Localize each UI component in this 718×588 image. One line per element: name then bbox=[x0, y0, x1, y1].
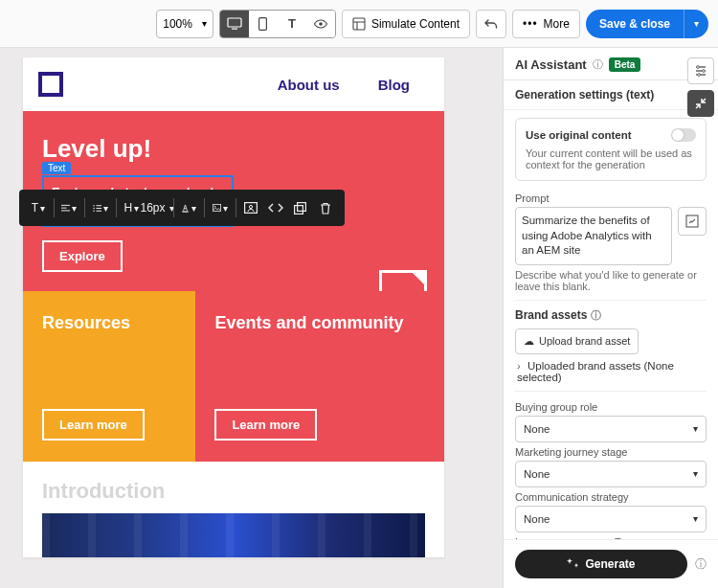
properties-rail-button[interactable] bbox=[687, 57, 714, 84]
top-toolbar: 100% ▾ T Simulate Content ••• More Save … bbox=[0, 0, 718, 48]
journey-value: None bbox=[524, 468, 550, 480]
simulate-content-button[interactable]: Simulate Content bbox=[342, 10, 470, 38]
list-button[interactable]: ▾ bbox=[89, 195, 112, 220]
chevron-down-icon: ▾ bbox=[694, 18, 699, 29]
uploaded-assets-accordion[interactable]: › Uploaded brand assets (None selected) bbox=[515, 354, 707, 383]
strategy-value: None bbox=[524, 513, 550, 525]
svg-rect-0 bbox=[228, 18, 241, 27]
save-dropdown-button[interactable]: ▾ bbox=[684, 10, 708, 38]
hero-title[interactable]: Level up! bbox=[42, 134, 425, 164]
svg-rect-15 bbox=[686, 215, 698, 227]
columns-section: Resources Learn more Events and communit… bbox=[23, 291, 444, 462]
font-size-value: 16px bbox=[140, 201, 165, 215]
prompt-section: Prompt Summarize the benefits of using A… bbox=[515, 189, 707, 292]
settings-title: Generation settings (text) bbox=[504, 80, 718, 110]
strategy-label: Communication strategy bbox=[515, 491, 707, 503]
preview-button[interactable] bbox=[306, 11, 335, 37]
generate-button[interactable]: Generate bbox=[515, 550, 687, 578]
text-color-button[interactable]: ▾ bbox=[177, 195, 200, 220]
undo-button[interactable] bbox=[476, 10, 506, 38]
upload-brand-asset-button[interactable]: ☁ Upload brand asset bbox=[515, 328, 639, 354]
paragraph-format-button[interactable]: T▾ bbox=[27, 195, 50, 220]
brand-assets-section: Brand assets ⓘ ☁ Upload brand asset › Up… bbox=[515, 300, 707, 383]
prompt-expand-button[interactable] bbox=[678, 207, 707, 236]
delete-button[interactable] bbox=[314, 195, 337, 220]
strategy-select[interactable]: None▾ bbox=[515, 506, 707, 532]
chevron-right-icon: › bbox=[517, 360, 521, 372]
svg-point-7 bbox=[93, 210, 94, 211]
zoom-value: 100% bbox=[163, 17, 192, 31]
resources-cta[interactable]: Learn more bbox=[42, 409, 145, 441]
zoom-select[interactable]: 100% ▾ bbox=[156, 10, 213, 38]
resources-column[interactable]: Resources Learn more bbox=[23, 291, 195, 462]
panel-header: AI Assistant ⓘ Beta bbox=[504, 48, 718, 80]
svg-point-16 bbox=[697, 66, 700, 69]
journey-select[interactable]: None▾ bbox=[515, 461, 707, 487]
beta-badge: Beta bbox=[609, 57, 641, 72]
nav-blog[interactable]: Blog bbox=[378, 77, 410, 93]
chevron-down-icon: ▾ bbox=[693, 423, 698, 434]
info-icon[interactable]: ⓘ bbox=[591, 308, 601, 323]
events-cta[interactable]: Learn more bbox=[214, 409, 317, 441]
nav-about[interactable]: About us bbox=[278, 77, 340, 93]
page-header: About us Blog bbox=[23, 57, 444, 111]
info-icon[interactable]: ⓘ bbox=[695, 556, 707, 573]
prompt-input[interactable]: Summarize the benefits of using Adobe An… bbox=[515, 207, 672, 265]
sparkle-icon bbox=[567, 558, 579, 570]
chevron-down-icon: ▾ bbox=[202, 18, 207, 29]
intro-section[interactable]: Introduction bbox=[23, 462, 444, 513]
cloud-upload-icon: ☁ bbox=[524, 335, 534, 348]
svg-rect-13 bbox=[295, 205, 303, 214]
svg-rect-8 bbox=[182, 211, 188, 212]
buying-role-label: Buying group role bbox=[515, 401, 707, 413]
use-original-toggle[interactable] bbox=[671, 128, 696, 142]
generate-label: Generate bbox=[585, 557, 635, 571]
svg-rect-11 bbox=[245, 203, 258, 214]
desktop-preview-button[interactable] bbox=[220, 11, 249, 37]
generate-bar: Generate ⓘ bbox=[504, 539, 718, 588]
brand-assets-title: Brand assets bbox=[515, 308, 587, 322]
text-formatting-toolbar: T▾ ▾ ▾ H▾ 16px▾ ▾ ▾ bbox=[19, 190, 345, 226]
personalization-button[interactable] bbox=[239, 195, 262, 220]
font-size-select[interactable]: 16px▾ bbox=[145, 195, 168, 220]
buying-role-select[interactable]: None▾ bbox=[515, 416, 707, 442]
save-close-button[interactable]: Save & close bbox=[586, 10, 684, 38]
svg-rect-2 bbox=[259, 17, 267, 30]
explore-button[interactable]: Explore bbox=[42, 240, 123, 272]
image-button[interactable]: ▾ bbox=[209, 195, 232, 220]
prompt-label: Prompt bbox=[515, 192, 707, 204]
events-column[interactable]: Events and community Learn more bbox=[195, 291, 444, 462]
svg-point-5 bbox=[93, 205, 94, 206]
text-mode-button[interactable]: T bbox=[278, 11, 306, 37]
panel-title: AI Assistant bbox=[515, 57, 587, 72]
mobile-preview-button[interactable] bbox=[249, 11, 278, 37]
duplicate-button[interactable] bbox=[289, 195, 312, 220]
ellipsis-icon: ••• bbox=[523, 17, 538, 31]
expand-icon bbox=[685, 215, 699, 228]
svg-rect-9 bbox=[213, 205, 220, 212]
collapse-rail-button[interactable] bbox=[687, 90, 714, 117]
svg-point-18 bbox=[698, 74, 701, 77]
svg-point-10 bbox=[213, 206, 215, 208]
chevron-down-icon: ▾ bbox=[40, 203, 45, 214]
svg-rect-4 bbox=[353, 18, 365, 30]
device-preview-group: T bbox=[219, 10, 336, 38]
heading-letter: H bbox=[124, 201, 133, 215]
svg-point-3 bbox=[319, 22, 323, 26]
info-icon[interactable]: ⓘ bbox=[593, 57, 603, 72]
upload-label: Upload brand asset bbox=[539, 335, 630, 347]
ai-assistant-panel: AI Assistant ⓘ Beta Generation settings … bbox=[503, 48, 718, 588]
more-button[interactable]: ••• More bbox=[512, 10, 580, 38]
intro-image[interactable] bbox=[42, 513, 425, 557]
chevron-down-icon: ▾ bbox=[693, 468, 698, 479]
align-button[interactable]: ▾ bbox=[57, 195, 80, 220]
source-code-button[interactable] bbox=[264, 195, 287, 220]
site-logo[interactable] bbox=[38, 72, 63, 97]
buying-role-value: None bbox=[524, 423, 550, 435]
journey-label: Marketing journey stage bbox=[515, 446, 707, 458]
page-preview: About us Blog Level up! Text Explore wha… bbox=[23, 57, 444, 557]
editor-canvas[interactable]: About us Blog Level up! Text Explore wha… bbox=[0, 48, 503, 588]
events-title: Events and community bbox=[214, 312, 425, 334]
component-type-tag: Text bbox=[42, 162, 71, 174]
svg-rect-14 bbox=[298, 202, 306, 211]
